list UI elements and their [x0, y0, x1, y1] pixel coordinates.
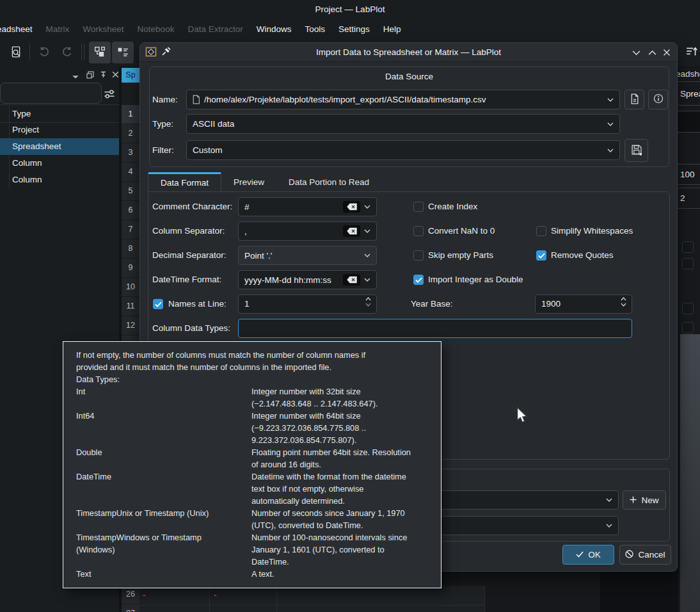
tab-data-portion-to-read[interactable]: Data Portion to Read [276, 172, 381, 192]
column-separator-combobox[interactable]: , [238, 221, 377, 241]
row-header-7[interactable]: 7 [122, 220, 139, 239]
dock-checkbox[interactable] [682, 258, 694, 270]
datetime-format-combobox[interactable]: yyyy-MM-dd hh:mm:ss [238, 270, 377, 289]
tooltip-intro-line: provided and it must match the number of… [76, 361, 433, 373]
tooltip-entry: IntInteger number with 32bit size(−2.147… [76, 385, 433, 410]
filter-combobox[interactable]: Custom [186, 140, 620, 160]
import-integer-as-double-checkbox[interactable] [413, 275, 424, 285]
chevron-down-icon [606, 498, 612, 502]
dock-checkbox[interactable] [682, 241, 694, 253]
menu-worksheet[interactable]: Worksheet [83, 24, 123, 34]
names-at-line-spinbox[interactable]: 1 [238, 294, 377, 314]
menu-matrix[interactable]: Matrix [46, 24, 70, 34]
panel-menu-chevron-icon[interactable] [72, 72, 79, 81]
explorer-row-project[interactable]: Project [0, 122, 119, 138]
data-type-description: Number of seconds since January 1, 1970(… [251, 507, 433, 531]
spreadsheet-subwindow-tab[interactable]: Sp [122, 68, 139, 83]
row-header-9[interactable]: 9 [122, 259, 139, 278]
menu-spreadsheet[interactable]: Spreadsheet [0, 24, 33, 34]
column-separator-value: , [239, 227, 343, 236]
open-file-button[interactable] [624, 90, 644, 109]
type-combobox[interactable]: ASCII data [186, 114, 620, 134]
file-icon [192, 95, 200, 104]
row-header-5[interactable]: 5 [122, 182, 139, 201]
menu-help[interactable]: Help [383, 24, 401, 34]
menu-data-extractor[interactable]: Data Extractor [187, 24, 243, 34]
row-header-2[interactable]: 2 [122, 124, 139, 143]
spreadsheet-corner-header[interactable] [122, 83, 139, 105]
menubar: SpreadsheetMatrixWorksheetNotebookData E… [0, 19, 700, 38]
skip-empty-parts-checkbox[interactable] [413, 250, 424, 261]
row-header-3[interactable]: 3 [122, 143, 139, 163]
comment-character-combobox[interactable]: # [238, 197, 377, 216]
row-header-1[interactable]: 1 [122, 105, 139, 124]
explorer-column-header[interactable]: Type [0, 104, 119, 123]
explorer-filter-input[interactable] [0, 83, 102, 104]
data-type-name: Text [76, 568, 251, 580]
row-header-6[interactable]: 6 [122, 201, 139, 220]
row-header-27[interactable]: 27 [122, 604, 139, 612]
dialog-shade-icon[interactable] [631, 47, 641, 58]
window-title: Project — LabPlot [315, 4, 385, 14]
dialog-unshade-icon[interactable] [647, 47, 657, 58]
invalid-cell-value[interactable]: - [143, 590, 145, 600]
spreadsheet-row-26[interactable] [139, 586, 484, 605]
dialog-close-icon[interactable] [662, 47, 672, 58]
menu-settings[interactable]: Settings [338, 24, 370, 34]
file-info-button[interactable] [648, 90, 668, 109]
save-filter-button[interactable] [624, 139, 648, 162]
tab-data-format[interactable]: Data Format [148, 172, 221, 192]
file-name-combobox[interactable]: /home/alex/Projekte/labplot/tests/import… [186, 90, 620, 109]
data-type-name: TimestampUnix or Timestamp (Unix) [76, 507, 251, 531]
column-data-types-input[interactable] [238, 319, 632, 338]
redo-button[interactable] [56, 42, 78, 63]
names-at-line-checkbox[interactable] [153, 299, 163, 309]
explorer-row-spreadsheet[interactable]: Spreadsheet [0, 138, 119, 155]
row-header-11[interactable]: 11 [122, 297, 139, 316]
row-header-8[interactable]: 8 [122, 239, 139, 259]
create-index-checkbox[interactable] [413, 202, 424, 212]
dock-checkbox[interactable] [682, 303, 694, 314]
toggle-project-explorer-button[interactable] [89, 42, 111, 63]
spreadsheet-row-27[interactable] [139, 605, 484, 612]
clear-text-icon[interactable] [343, 225, 360, 237]
spin-arrows-icon[interactable] [621, 297, 626, 307]
invalid-cell-value[interactable]: - [214, 590, 216, 600]
spin-arrows-icon[interactable] [365, 297, 371, 307]
panel-float-icon[interactable] [86, 70, 95, 81]
new-project-button[interactable] [5, 42, 27, 63]
dock-columns-value: 2 [680, 193, 685, 203]
remove-quotes-checkbox[interactable] [536, 250, 546, 261]
toolbar-separator [84, 44, 84, 60]
filter-options-button[interactable] [102, 86, 116, 104]
year-base-spinbox[interactable]: 1900 [535, 294, 632, 314]
data-type-description: Integer number with 32bit size(−2.147.48… [251, 385, 433, 410]
explorer-row-column[interactable]: Column [0, 155, 119, 172]
toggle-properties-button[interactable] [112, 42, 134, 63]
data-type-name: DateTime [76, 471, 251, 507]
menu-notebook[interactable]: Notebook [138, 24, 175, 34]
explorer-row-column[interactable]: Column [0, 172, 119, 188]
cancel-button[interactable]: Cancel [619, 545, 671, 565]
decimal-separator-combobox[interactable]: Point '.' [238, 246, 377, 265]
menu-tools[interactable]: Tools [305, 24, 325, 34]
dock-checkbox[interactable] [682, 322, 694, 334]
clear-text-icon[interactable] [343, 274, 360, 286]
dialog-titlebar[interactable]: Import Data to Spreadsheet or Matrix — L… [140, 43, 677, 62]
undo-button[interactable] [33, 42, 55, 63]
new-container-button[interactable]: New [623, 490, 666, 510]
menu-windows[interactable]: Windows [257, 24, 292, 34]
panel-pin-icon[interactable] [99, 70, 107, 81]
simplify-whitespaces-checkbox[interactable] [536, 226, 546, 236]
tab-preview[interactable]: Preview [221, 172, 276, 192]
ok-button[interactable]: OK [562, 545, 614, 565]
row-header-4[interactable]: 4 [122, 163, 139, 182]
sort-ascending-icon [685, 45, 698, 60]
year-base-value: 1900 [541, 295, 561, 313]
clear-text-icon[interactable] [343, 201, 360, 213]
convert-nan-checkbox[interactable] [413, 226, 424, 236]
sort-button[interactable] [681, 42, 700, 63]
ok-button-label: OK [588, 550, 601, 560]
row-header-12[interactable]: 12 [122, 316, 139, 335]
row-header-10[interactable]: 10 [122, 278, 139, 297]
